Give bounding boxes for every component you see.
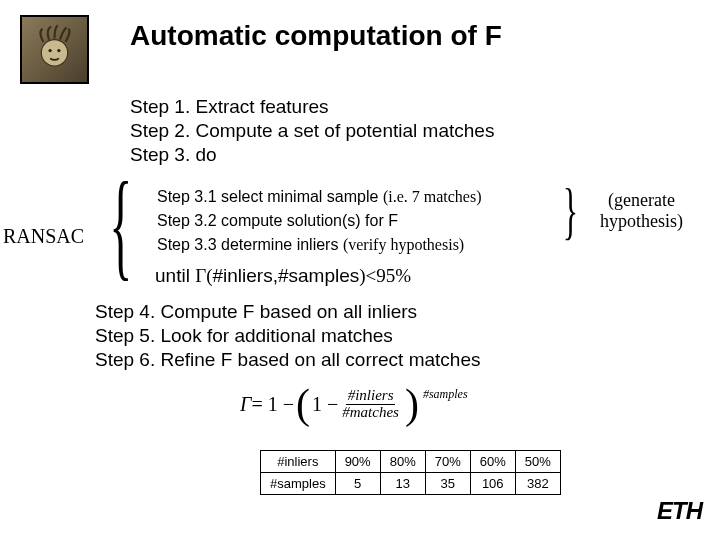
substeps: Step 3.1 select minimal sample (i.e. 7 m… <box>157 185 482 257</box>
brace-right-icon: } <box>563 183 578 239</box>
step-1: Step 1. Extract features <box>130 95 494 119</box>
step-6: Step 6. Refine F based on all correct ma… <box>95 348 480 372</box>
svg-point-1 <box>48 49 51 52</box>
step-5: Step 5. Look for additional matches <box>95 324 480 348</box>
generate-hypothesis-note: (generate hypothesis) <box>600 190 683 231</box>
step-3-1: Step 3.1 select minimal sample (i.e. 7 m… <box>157 185 482 209</box>
steps-bottom: Step 4. Compute F based on all inliers S… <box>95 300 480 371</box>
table-row: #inliers 90% 80% 70% 60% 50% <box>261 451 561 473</box>
medusa-logo <box>20 15 89 84</box>
step-2: Step 2. Compute a set of potential match… <box>130 119 494 143</box>
until-condition: until Γ(#inliers,#samples)<95% <box>155 265 411 287</box>
svg-point-0 <box>41 40 67 66</box>
row-label-inliers: #inliers <box>261 451 336 473</box>
samples-table: #inliers 90% 80% 70% 60% 50% #samples 5 … <box>260 450 561 495</box>
step-3-2: Step 3.2 compute solution(s) for F <box>157 209 482 233</box>
ransac-label: RANSAC <box>3 225 84 248</box>
eth-logo: ETH <box>657 497 702 525</box>
step-3: Step 3. do <box>130 143 494 167</box>
fraction: #inliers #matches <box>340 388 401 421</box>
steps-top: Step 1. Extract features Step 2. Compute… <box>130 95 494 166</box>
step-3-3: Step 3.3 determine inliers (verify hypot… <box>157 233 482 257</box>
brace-left-icon: { <box>109 170 132 280</box>
page-title: Automatic computation of F <box>130 20 502 52</box>
svg-point-2 <box>57 49 60 52</box>
gamma-formula: Γ = 1 − ( 1 − #inliers #matches ) #sampl… <box>240 385 468 423</box>
step-4: Step 4. Compute F based on all inliers <box>95 300 480 324</box>
table-row: #samples 5 13 35 106 382 <box>261 473 561 495</box>
row-label-samples: #samples <box>261 473 336 495</box>
